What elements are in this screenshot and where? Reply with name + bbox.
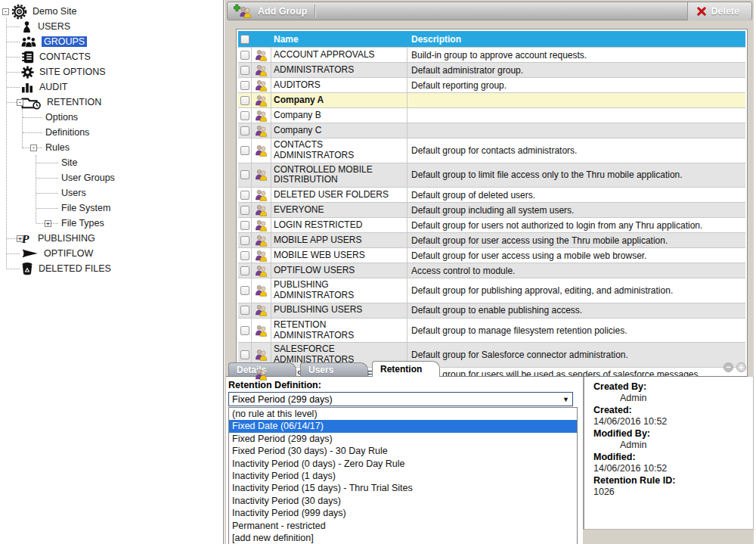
sidebar-item-demo-site[interactable]: -Demo Site	[0, 4, 223, 19]
sidebar-item-users[interactable]: USERS	[0, 19, 223, 34]
select-all-checkbox[interactable]	[240, 35, 249, 44]
table-row[interactable]: MOBILE WEB USERSDefault group for user a…	[238, 247, 745, 263]
dropdown-option[interactable]: Inactivity Period (1 days)	[229, 470, 577, 482]
row-checkbox[interactable]	[240, 111, 249, 120]
group-icon-cell	[252, 203, 271, 217]
row-checkbox[interactable]	[240, 81, 249, 90]
row-checkbox[interactable]	[240, 206, 249, 215]
table-row[interactable]: Company B	[238, 107, 745, 123]
group-icon-cell	[252, 163, 271, 188]
sidebar-item-site-options[interactable]: SITE OPTIONS	[0, 64, 223, 79]
main-panel: Add Group Delete Name Description ACCOUN…	[225, 0, 754, 544]
row-checkbox[interactable]	[240, 266, 249, 275]
add-group-button[interactable]: Add Group	[228, 2, 314, 20]
sidebar-item-user-groups[interactable]: User Groups	[0, 170, 223, 185]
row-checkbox[interactable]	[240, 306, 249, 315]
row-checkbox[interactable]	[240, 236, 249, 245]
sidebar-item-publishing[interactable]: +PPUBLISHING	[0, 231, 223, 246]
sidebar-item-site[interactable]: Site	[0, 155, 223, 170]
sidebar-item-deleted-files[interactable]: DELETED FILES	[0, 261, 223, 276]
sidebar-item-contacts[interactable]: CONTACTS	[0, 49, 223, 64]
collapse-node-icon[interactable]: -	[2, 8, 9, 15]
table-row[interactable]: PUBLISHING ADMINISTRATORSDefault group f…	[238, 278, 745, 303]
group-icon	[255, 304, 268, 316]
tree-item-label: Definitions	[45, 127, 89, 138]
dropdown-option[interactable]: Permanent - restricted	[229, 520, 577, 532]
group-icon	[255, 110, 268, 122]
dropdown-option[interactable]: Fixed Date (06/14/17)	[229, 420, 577, 432]
table-row[interactable]: AUDITORSDefault reporting group.	[238, 77, 745, 92]
group-icon-cell	[252, 63, 271, 77]
sidebar-item-groups[interactable]: GROUPS	[0, 34, 223, 49]
dropdown-option[interactable]: Inactivity Period (0 days) - Zero Day Ru…	[229, 458, 577, 470]
table-row[interactable]: Company A	[238, 92, 745, 107]
table-row[interactable]: ADMINISTRATORSDefault administrator grou…	[238, 62, 745, 77]
group-icon	[255, 219, 268, 232]
meta-field-value: 14/06/2016 10:52	[593, 416, 747, 427]
expand-node-icon[interactable]: +	[45, 220, 51, 227]
sidebar-item-optiflow[interactable]: OPTIFLOW	[0, 246, 223, 261]
dropdown-option[interactable]: [add new definition]	[229, 532, 577, 544]
row-checkbox[interactable]	[240, 51, 249, 60]
collapse-panel-button[interactable]: −	[723, 362, 733, 372]
table-row[interactable]: LOGIN RESTRICTEDDefault group for users …	[238, 217, 745, 232]
table-row[interactable]: EVERYONEDefault group including all syst…	[238, 202, 745, 217]
collapse-node-icon[interactable]: -	[30, 145, 37, 151]
table-row[interactable]: OPTIFLOW USERSAccess control to module.	[238, 263, 745, 278]
dropdown-option[interactable]: Inactivity Period (30 days)	[229, 495, 577, 507]
row-checkbox[interactable]	[240, 146, 249, 155]
detail-section: DetailsUsersRetention − + Retention Defi…	[226, 361, 754, 544]
sidebar-item-file-system[interactable]: File System	[0, 201, 223, 216]
tab-retention[interactable]: Retention	[372, 361, 440, 377]
group-icon-cell	[252, 218, 271, 232]
dropdown-option[interactable]: Fixed Period (30 days) - 30 Day Rule	[229, 445, 577, 457]
meta-field: Created:14/06/2016 10:52	[593, 405, 747, 427]
table-row[interactable]: MOBILE APP USERSDefault group for user a…	[238, 232, 745, 247]
row-checkbox[interactable]	[240, 286, 249, 295]
collapse-node-icon[interactable]: -	[17, 99, 23, 106]
row-checkbox[interactable]	[240, 66, 249, 75]
row-checkbox-cell	[238, 48, 252, 62]
dropdown-option[interactable]: Inactivity Period (999 days)	[229, 507, 577, 519]
table-row[interactable]: PUBLISHING USERSDefault group to enable …	[238, 303, 745, 318]
select-value: Fixed Period (299 days)	[232, 394, 333, 405]
table-row[interactable]: ACCOUNT APPROVALSBuild-in group to appro…	[238, 47, 745, 62]
sidebar-item-definitions[interactable]: Definitions	[0, 125, 223, 140]
sidebar-item-file-types[interactable]: +File Types	[0, 216, 223, 231]
group-icon-cell	[252, 138, 271, 163]
dropdown-option[interactable]: Inactivity Period (15 days) - Thru Trial…	[229, 482, 577, 494]
delete-button[interactable]: Delete	[687, 2, 751, 20]
group-icon	[255, 189, 268, 201]
table-row[interactable]: CONTACTS ADMINISTRATORSDefault group for…	[238, 138, 745, 163]
row-checkbox[interactable]	[240, 170, 249, 179]
row-checkbox[interactable]	[240, 221, 249, 230]
group-icon	[255, 169, 268, 181]
sidebar-item-options[interactable]: Options	[0, 110, 223, 125]
rule-details-panel: Created By:AdminCreated:14/06/2016 10:52…	[583, 377, 754, 530]
sidebar-item-audit[interactable]: AUDIT	[0, 79, 223, 95]
dropdown-option[interactable]: Fixed Period (299 days)	[229, 433, 577, 445]
sidebar-item-retention[interactable]: -RETENTION	[0, 95, 223, 110]
tree-item-label: Rules	[45, 142, 70, 153]
sidebar-item-rules[interactable]: -Rules	[0, 140, 223, 155]
table-row[interactable]: CONTROLLED MOBILE DISTRIBUTIONDefault gr…	[238, 163, 745, 188]
row-checkbox-cell	[238, 233, 252, 247]
group-icon	[255, 284, 268, 297]
sidebar-item-users[interactable]: Users	[0, 185, 223, 201]
row-checkbox[interactable]	[240, 191, 249, 200]
retention-definition-select[interactable]: Fixed Period (299 days) ▼	[228, 392, 573, 406]
table-row[interactable]: DELETED USER FOLDERSDefault group of del…	[238, 187, 745, 202]
row-checkbox[interactable]	[240, 96, 249, 105]
expand-panel-button[interactable]: +	[736, 362, 746, 372]
row-checkbox[interactable]	[240, 126, 249, 135]
table-row[interactable]: RETENTION ADMINISTRATORSDefault group to…	[238, 318, 745, 343]
group-icon	[255, 145, 268, 157]
expand-node-icon[interactable]: +	[17, 235, 23, 242]
row-checkbox[interactable]	[240, 350, 249, 359]
meta-field-label: Retention Rule ID:	[593, 475, 747, 486]
tab-users[interactable]: Users	[300, 362, 368, 377]
row-checkbox[interactable]	[240, 326, 249, 335]
table-row[interactable]: Company C	[238, 123, 745, 138]
dropdown-option[interactable]: (no rule at this level)	[229, 408, 577, 420]
row-checkbox[interactable]	[240, 251, 249, 260]
